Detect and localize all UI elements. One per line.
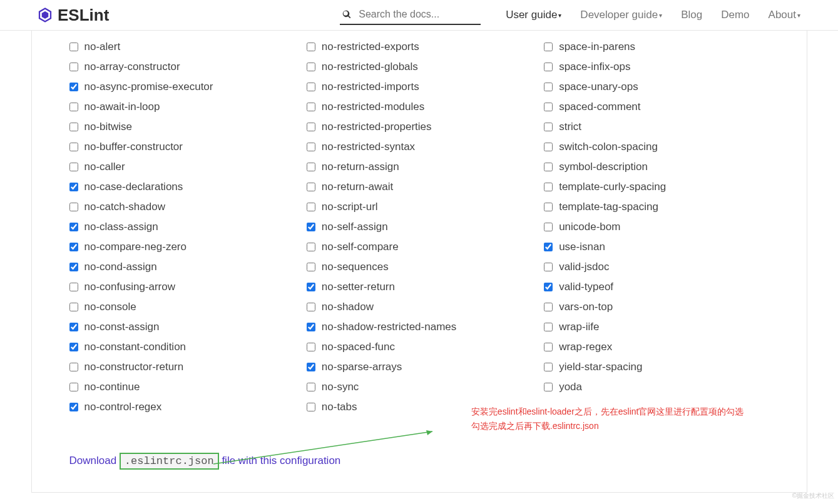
rule-checkbox[interactable] <box>307 103 315 111</box>
rule-label[interactable]: template-tag-spacing <box>559 201 658 213</box>
rule-label[interactable]: no-constant-condition <box>84 341 187 353</box>
rule-checkbox[interactable] <box>544 203 553 211</box>
rule-checkbox[interactable] <box>307 63 315 71</box>
rule-checkbox[interactable] <box>69 363 78 371</box>
rule-checkbox[interactable] <box>307 243 315 251</box>
nav-item-demo[interactable]: Demo <box>721 9 749 21</box>
rule-checkbox[interactable] <box>544 103 553 111</box>
rule-checkbox[interactable] <box>544 43 553 51</box>
rule-label[interactable]: unicode-bom <box>559 221 620 233</box>
rule-checkbox[interactable] <box>307 403 315 411</box>
rule-checkbox[interactable] <box>544 163 553 171</box>
rule-checkbox[interactable] <box>307 343 315 351</box>
rule-checkbox[interactable] <box>544 243 553 251</box>
rule-checkbox[interactable] <box>307 363 315 371</box>
rule-label[interactable]: no-sync <box>322 381 359 393</box>
rule-checkbox[interactable] <box>544 283 553 291</box>
rule-label[interactable]: no-restricted-exports <box>322 41 419 53</box>
rule-checkbox[interactable] <box>307 203 315 211</box>
rule-checkbox[interactable] <box>544 143 553 151</box>
rule-label[interactable]: no-control-regex <box>84 401 162 413</box>
rule-checkbox[interactable] <box>69 83 78 91</box>
rule-checkbox[interactable] <box>69 203 78 211</box>
rule-label[interactable]: no-continue <box>84 381 140 393</box>
rule-checkbox[interactable] <box>544 363 553 371</box>
rule-label[interactable]: no-class-assign <box>84 221 158 233</box>
rule-checkbox[interactable] <box>544 343 553 351</box>
rule-checkbox[interactable] <box>544 123 553 131</box>
rule-label[interactable]: no-sequences <box>322 261 389 273</box>
rule-label[interactable]: no-bitwise <box>84 121 133 133</box>
rule-label[interactable]: spaced-comment <box>559 101 640 113</box>
rule-label[interactable]: no-alert <box>84 41 121 53</box>
rule-label[interactable]: no-restricted-modules <box>322 101 424 113</box>
rule-checkbox[interactable] <box>544 83 553 91</box>
rule-label[interactable]: no-confusing-arrow <box>84 281 176 293</box>
rule-checkbox[interactable] <box>544 303 553 311</box>
rule-label[interactable]: template-curly-spacing <box>559 181 666 193</box>
rule-label[interactable]: space-infix-ops <box>559 61 630 73</box>
rule-label[interactable]: vars-on-top <box>559 301 613 313</box>
nav-item-about[interactable]: About▾ <box>769 9 800 21</box>
rule-label[interactable]: wrap-iife <box>559 321 599 333</box>
rule-label[interactable]: no-tabs <box>322 401 357 413</box>
rule-label[interactable]: no-shadow <box>322 301 374 313</box>
search-input[interactable] <box>359 9 478 20</box>
rule-checkbox[interactable] <box>307 183 315 191</box>
rule-checkbox[interactable] <box>307 83 315 91</box>
download-link[interactable]: Download .eslintrc.json file with this c… <box>69 455 341 466</box>
rule-label[interactable]: use-isnan <box>559 241 605 253</box>
logo[interactable]: ESLint <box>38 6 109 25</box>
rule-label[interactable]: no-async-promise-executor <box>84 81 213 93</box>
rule-checkbox[interactable] <box>544 323 553 331</box>
rule-checkbox[interactable] <box>69 343 78 351</box>
rule-checkbox[interactable] <box>69 323 78 331</box>
rule-label[interactable]: no-spaced-func <box>322 341 395 353</box>
rule-label[interactable]: no-catch-shadow <box>84 201 165 213</box>
rule-label[interactable]: no-script-url <box>322 201 378 213</box>
rule-label[interactable]: no-restricted-imports <box>322 81 419 93</box>
rule-checkbox[interactable] <box>544 63 553 71</box>
rule-label[interactable]: strict <box>559 121 581 133</box>
rule-checkbox[interactable] <box>69 263 78 271</box>
rule-label[interactable]: no-await-in-loop <box>84 101 160 113</box>
rule-checkbox[interactable] <box>69 243 78 251</box>
rule-checkbox[interactable] <box>307 283 315 291</box>
rule-checkbox[interactable] <box>69 183 78 191</box>
rule-checkbox[interactable] <box>544 263 553 271</box>
nav-item-blog[interactable]: Blog <box>681 9 702 21</box>
rule-label[interactable]: valid-typeof <box>559 281 613 293</box>
rule-label[interactable]: no-self-assign <box>322 221 388 233</box>
rule-checkbox[interactable] <box>69 43 78 51</box>
rule-checkbox[interactable] <box>307 383 315 391</box>
rule-label[interactable]: no-restricted-globals <box>322 61 418 73</box>
rule-label[interactable]: no-return-await <box>322 181 393 193</box>
rule-checkbox[interactable] <box>69 143 78 151</box>
rule-checkbox[interactable] <box>69 163 78 171</box>
rule-checkbox[interactable] <box>69 103 78 111</box>
rule-checkbox[interactable] <box>544 183 553 191</box>
rule-checkbox[interactable] <box>307 223 315 231</box>
rule-checkbox[interactable] <box>69 383 78 391</box>
rule-label[interactable]: no-caller <box>84 161 125 173</box>
rule-label[interactable]: symbol-description <box>559 161 648 173</box>
rule-checkbox[interactable] <box>307 143 315 151</box>
rule-label[interactable]: space-unary-ops <box>559 81 638 93</box>
rule-label[interactable]: no-self-compare <box>322 241 399 253</box>
rule-checkbox[interactable] <box>69 63 78 71</box>
rule-checkbox[interactable] <box>544 223 553 231</box>
nav-item-developer-guide[interactable]: Developer guide▾ <box>580 9 662 21</box>
rule-label[interactable]: no-array-constructor <box>84 61 180 73</box>
nav-item-user-guide[interactable]: User guide▾ <box>506 9 561 21</box>
rule-label[interactable]: no-return-assign <box>322 161 399 173</box>
rule-label[interactable]: switch-colon-spacing <box>559 141 658 153</box>
rule-checkbox[interactable] <box>307 123 315 131</box>
rule-checkbox[interactable] <box>69 123 78 131</box>
rule-checkbox[interactable] <box>69 303 78 311</box>
rule-label[interactable]: space-in-parens <box>559 41 635 53</box>
rule-label[interactable]: no-restricted-syntax <box>322 141 415 153</box>
rule-label[interactable]: no-restricted-properties <box>322 121 432 133</box>
rule-label[interactable]: no-buffer-constructor <box>84 141 183 153</box>
rule-checkbox[interactable] <box>307 43 315 51</box>
rule-label[interactable]: no-compare-neg-zero <box>84 241 187 253</box>
